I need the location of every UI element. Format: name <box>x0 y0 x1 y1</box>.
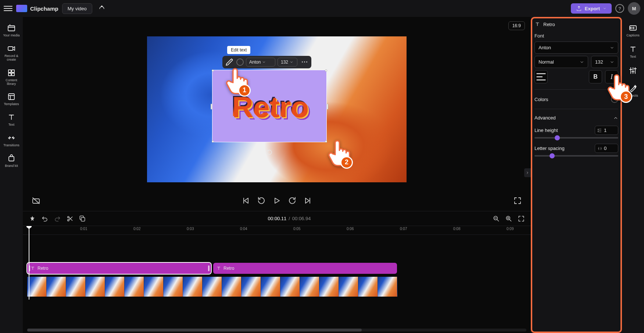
sidebar-item-record[interactable]: Record & create <box>0 42 23 64</box>
svg-rect-3 <box>12 70 14 72</box>
play-button[interactable] <box>272 196 281 205</box>
line-height-input[interactable]: 1 <box>595 126 618 135</box>
bold-button[interactable]: B <box>589 70 602 83</box>
rewind-button[interactable] <box>257 196 266 205</box>
sidebar-item-your-media[interactable]: Your media <box>0 21 23 40</box>
font-family-dropdown[interactable]: Anton <box>246 58 275 67</box>
project-name-tab[interactable]: My video <box>62 3 92 14</box>
svg-rect-6 <box>8 94 14 100</box>
skip-back-button[interactable] <box>242 196 250 205</box>
resize-handle-mr[interactable] <box>327 104 328 110</box>
preview-canvas[interactable]: Edit text Anton 132 Retro <box>147 36 407 182</box>
line-height-label: Line height <box>534 128 558 133</box>
align-button[interactable] <box>534 70 548 83</box>
menu-button[interactable] <box>4 4 12 13</box>
playhead[interactable] <box>29 226 29 300</box>
text-clip-1[interactable]: Retro <box>27 263 211 274</box>
rotate-handle[interactable] <box>266 149 273 157</box>
text-color-swatch[interactable] <box>236 58 244 66</box>
auto-button[interactable] <box>29 215 36 222</box>
sidebar-item-text[interactable]: Text <box>0 111 23 129</box>
text-icon <box>30 266 35 271</box>
brand[interactable]: Clipchamp <box>16 5 58 12</box>
split-button[interactable] <box>66 215 74 222</box>
svg-rect-1 <box>8 47 13 50</box>
line-height-slider[interactable] <box>534 137 618 139</box>
fullscreen-button[interactable] <box>513 196 522 205</box>
font-family-select[interactable]: Anton <box>534 42 618 54</box>
toggle-audio-button[interactable] <box>32 196 40 205</box>
fit-button[interactable] <box>518 215 525 222</box>
timeline-scrollbar[interactable] <box>27 329 526 332</box>
copy-button[interactable] <box>79 215 86 222</box>
properties-panel: Retro Font Anton Normal 132 B I <box>531 17 622 333</box>
svg-rect-5 <box>12 73 14 76</box>
text-icon <box>216 266 221 271</box>
svg-rect-2 <box>8 70 11 72</box>
letter-spacing-slider[interactable] <box>534 155 618 157</box>
panel-title: Retro <box>534 21 618 27</box>
export-label: Export <box>585 6 600 11</box>
undo-button[interactable] <box>41 215 49 222</box>
font-section-label: Font <box>534 33 618 39</box>
help-button[interactable]: ? <box>615 4 624 13</box>
tutorial-hand-1: 1 <box>223 66 249 95</box>
video-track[interactable] <box>27 277 526 297</box>
timeline-ruler[interactable]: 0:01 0:02 0:03 0:04 0:05 0:06 0:07 0:08 … <box>23 226 531 235</box>
left-sidebar: Your media Record & create Content libra… <box>0 17 23 333</box>
advanced-toggle[interactable]: Advanced <box>534 115 618 121</box>
text-clip-2[interactable]: Retro <box>213 263 397 274</box>
aspect-ratio-button[interactable]: 16:9 <box>508 21 525 30</box>
user-avatar[interactable]: M <box>628 2 640 15</box>
export-button[interactable]: Export <box>571 3 612 14</box>
svg-rect-4 <box>8 73 11 76</box>
forward-button[interactable] <box>288 196 297 205</box>
letter-spacing-label: Letter spacing <box>534 146 565 151</box>
panel-expand-button[interactable] <box>524 168 531 177</box>
timeline[interactable]: 0:01 0:02 0:03 0:04 0:05 0:06 0:07 0:08 … <box>23 226 531 333</box>
skip-forward-button[interactable] <box>303 196 312 205</box>
zoom-in-button[interactable] <box>505 215 512 222</box>
resize-handle-ml[interactable] <box>211 104 212 110</box>
sidebar-item-text-props[interactable]: Text <box>622 43 644 61</box>
svg-rect-11 <box>81 217 85 221</box>
colors-label: Colors <box>534 97 548 102</box>
tutorial-hand-3: 3 <box>605 72 631 101</box>
letter-spacing-icon <box>597 146 602 151</box>
redo-button[interactable] <box>54 215 61 222</box>
sidebar-item-brand-kit[interactable]: Brand kit <box>0 152 23 170</box>
brand-name: Clipchamp <box>30 6 58 12</box>
right-sidebar: Captions Text Effects <box>622 17 644 333</box>
font-size-select[interactable]: 132 <box>591 56 618 68</box>
edit-text-tooltip: Edit text <box>227 46 250 54</box>
svg-rect-7 <box>9 157 14 161</box>
sidebar-item-content-library[interactable]: Content library <box>0 66 23 88</box>
resize-handle-tl[interactable] <box>212 69 214 72</box>
font-size-dropdown[interactable]: 132 <box>278 58 297 67</box>
sidebar-item-transitions[interactable]: Transitions <box>0 131 23 150</box>
brand-logo-icon <box>16 5 27 12</box>
clip-trim-right[interactable] <box>208 265 210 271</box>
tutorial-hand-2: 2 <box>326 138 351 167</box>
zoom-out-button[interactable] <box>493 215 500 222</box>
save-status-icon <box>98 5 105 12</box>
svg-rect-0 <box>8 26 15 31</box>
sidebar-item-templates[interactable]: Templates <box>0 90 23 108</box>
sidebar-item-captions[interactable]: Captions <box>622 21 644 40</box>
current-time: 00:00.11 <box>268 216 287 221</box>
more-options-button[interactable] <box>300 57 309 67</box>
total-duration: 00:06.94 <box>292 216 311 221</box>
line-height-icon <box>597 128 602 133</box>
resize-handle-bl[interactable] <box>212 140 214 143</box>
resize-handle-tr[interactable] <box>325 69 327 72</box>
letter-spacing-input[interactable]: 0 <box>595 144 618 153</box>
font-weight-select[interactable]: Normal <box>534 56 588 68</box>
